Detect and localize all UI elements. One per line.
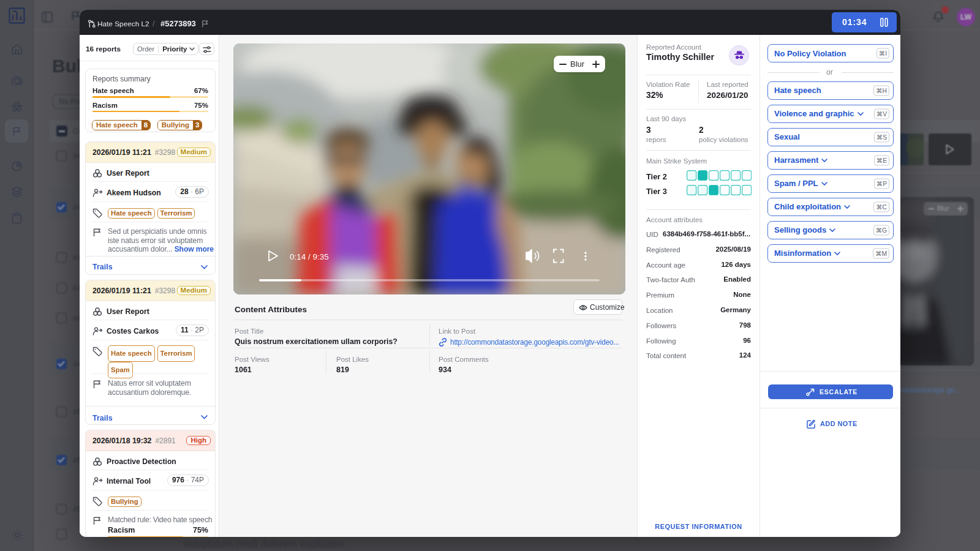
svg-text:0:14 / 9:35: 0:14 / 9:35 (290, 252, 329, 261)
